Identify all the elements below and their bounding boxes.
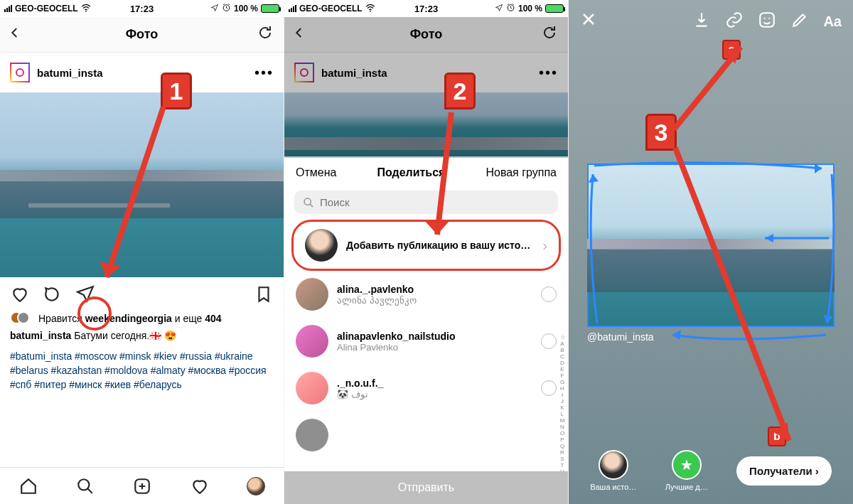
post-caption: batumi_insta Батуми сегодня.🇬🇪 😍 bbox=[10, 328, 274, 343]
contact-name: ._n.o.u.f._ bbox=[337, 377, 532, 389]
carrier-label: GEO-GEOCELL bbox=[15, 4, 78, 14]
svg-rect-7 bbox=[761, 13, 775, 27]
annotation-circle-share-icon bbox=[77, 296, 112, 331]
add-to-story-label: Добавить публикацию в вашу исто… bbox=[346, 240, 534, 251]
like-heart-icon[interactable] bbox=[10, 284, 30, 304]
reload-icon[interactable] bbox=[257, 24, 274, 45]
screen-1-feed: GEO-GEOCELL 17:23 100 % Фото batumi_in bbox=[0, 0, 284, 504]
bottom-tab-bar bbox=[0, 467, 284, 504]
recipients-label: Получатели bbox=[749, 465, 812, 477]
bookmark-icon[interactable] bbox=[254, 284, 274, 304]
instagram-icon bbox=[10, 63, 30, 82]
tab-search-icon[interactable] bbox=[75, 476, 95, 496]
user-avatar bbox=[305, 229, 338, 262]
chevron-right-icon: › bbox=[542, 237, 547, 254]
svg-point-4 bbox=[370, 10, 371, 11]
draw-pencil-icon[interactable] bbox=[790, 11, 809, 32]
post-username[interactable]: batumi_insta bbox=[37, 67, 103, 79]
az-index[interactable]: ☆ABCDEFGHIJKLMNOPQRSTUVWXYZ# bbox=[558, 334, 567, 461]
best-friends-label: Лучшие д… bbox=[665, 483, 708, 491]
status-bar: GEO-GEOCELL 17:23 100 % bbox=[0, 0, 284, 17]
post-header: batumi_insta ••• bbox=[0, 53, 284, 92]
contact-sub: Alina Pavlenko bbox=[337, 342, 532, 353]
contact-sub: 🐼 نوف bbox=[337, 389, 532, 400]
contact-row[interactable]: ._n.o.u.f._🐼 نوف bbox=[284, 365, 568, 412]
text-aa-icon[interactable]: Aa bbox=[823, 14, 842, 30]
svg-point-9 bbox=[769, 18, 771, 19]
add-to-story-row[interactable]: Добавить публикацию в вашу исто… › bbox=[291, 220, 561, 271]
post-hashtags[interactable]: #batumi_insta #moscow #minsk #kiev #russ… bbox=[10, 349, 274, 392]
screen-3-story-editor: Aa @batumi_insta Ваша исто… ★ Лучшие д… … bbox=[569, 0, 853, 504]
nav-header: Фото bbox=[0, 17, 284, 53]
svg-point-2 bbox=[79, 479, 90, 490]
story-bottom-bar: Ваша исто… ★ Лучшие д… Получатели › bbox=[569, 450, 853, 491]
share-new-group[interactable]: Новая группа bbox=[485, 166, 557, 179]
post-meta: Нравится weekendingeorgia и еще 404 batu… bbox=[0, 311, 284, 399]
shared-post-preview[interactable]: @batumi_insta bbox=[587, 163, 835, 343]
contact-avatar bbox=[296, 419, 328, 451]
contact-row[interactable]: alina._.pavlenkoალინა პავლენკო bbox=[284, 271, 568, 318]
best-friends-icon: ★ bbox=[672, 450, 702, 480]
tab-home-icon[interactable] bbox=[18, 476, 38, 496]
your-story-label: Ваша исто… bbox=[590, 483, 636, 491]
share-title: Поделиться bbox=[377, 166, 445, 179]
svg-point-8 bbox=[764, 18, 766, 19]
svg-point-0 bbox=[85, 10, 87, 11]
battery-icon bbox=[545, 4, 564, 13]
download-icon[interactable] bbox=[692, 11, 711, 32]
chevron-right-icon: › bbox=[815, 465, 819, 477]
contact-name: alinapavlenko_nailstudio bbox=[337, 331, 532, 342]
location-arrow-icon bbox=[495, 4, 503, 14]
liker-avatars[interactable] bbox=[10, 311, 34, 326]
link-icon[interactable] bbox=[725, 11, 744, 32]
share-cancel[interactable]: Отмена bbox=[296, 166, 336, 179]
tab-activity-icon[interactable] bbox=[190, 476, 210, 496]
share-search-input[interactable] bbox=[320, 196, 549, 208]
carrier-label: GEO-GEOCELL bbox=[299, 4, 363, 14]
nav-title: Фото bbox=[126, 27, 158, 42]
post-image[interactable] bbox=[0, 92, 284, 277]
contact-radio[interactable] bbox=[541, 380, 557, 396]
alarm-icon bbox=[222, 3, 231, 14]
shared-post-image bbox=[587, 163, 835, 327]
location-arrow-icon bbox=[210, 4, 219, 14]
svg-point-6 bbox=[304, 198, 311, 205]
shared-post-user: @batumi_insta bbox=[587, 331, 835, 343]
wifi-icon bbox=[365, 4, 375, 14]
alarm-icon bbox=[506, 3, 515, 14]
tab-new-post-icon[interactable] bbox=[132, 476, 152, 496]
back-chevron-icon[interactable] bbox=[9, 23, 21, 45]
battery-pct: 100 % bbox=[234, 4, 258, 14]
battery-icon bbox=[261, 4, 279, 13]
signal-icon bbox=[4, 5, 12, 12]
send-button[interactable]: Отправить bbox=[284, 471, 568, 504]
clock-label: 17:23 bbox=[130, 4, 154, 14]
contact-sub: ალინა პავლენკო bbox=[337, 295, 532, 306]
signal-icon bbox=[289, 5, 296, 12]
your-story-avatar bbox=[599, 450, 628, 480]
clock-label: 17:23 bbox=[414, 4, 438, 14]
comment-bubble-icon[interactable] bbox=[43, 284, 63, 304]
dest-your-story[interactable]: Ваша исто… bbox=[590, 450, 636, 491]
contact-avatar bbox=[296, 278, 328, 311]
contact-radio[interactable] bbox=[541, 333, 557, 349]
recipients-button[interactable]: Получатели › bbox=[736, 456, 832, 486]
share-sheet: Отмена Поделиться Новая группа Добавить … bbox=[284, 158, 568, 504]
contact-avatar bbox=[296, 325, 328, 358]
contact-avatar bbox=[296, 372, 328, 404]
battery-pct: 100 % bbox=[518, 4, 542, 14]
tab-profile-avatar[interactable] bbox=[247, 477, 265, 495]
screen-2-share-sheet: GEO-GEOCELL 17:23 100 % Фото batumi_inst… bbox=[284, 0, 569, 504]
more-dots-icon[interactable]: ••• bbox=[254, 65, 274, 81]
sticker-icon[interactable] bbox=[758, 11, 776, 32]
contact-name: alina._.pavlenko bbox=[337, 284, 532, 295]
contact-row[interactable]: alinapavlenko_nailstudioAlina Pavlenko bbox=[284, 318, 568, 365]
contact-row[interactable] bbox=[284, 412, 568, 459]
close-icon[interactable] bbox=[580, 10, 597, 33]
wifi-icon bbox=[81, 4, 91, 14]
contact-radio[interactable] bbox=[541, 286, 557, 302]
dest-best-friends[interactable]: ★ Лучшие д… bbox=[665, 450, 708, 491]
share-search[interactable] bbox=[294, 191, 558, 214]
likes-text[interactable]: Нравится weekendingeorgia и еще 404 bbox=[38, 311, 222, 326]
status-bar: GEO-GEOCELL 17:23 100 % bbox=[284, 0, 568, 17]
